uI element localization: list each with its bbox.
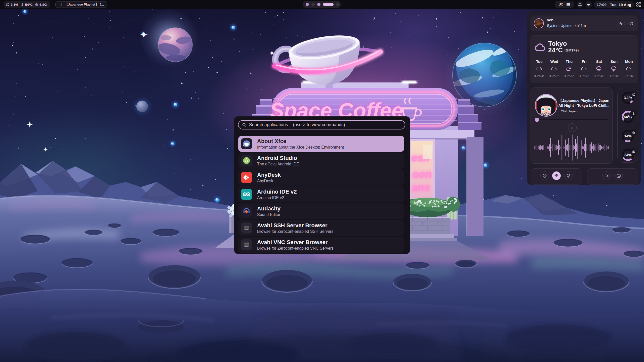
svg-text:ans: ans (412, 182, 430, 193)
svg-text:oon: oon (412, 168, 432, 180)
